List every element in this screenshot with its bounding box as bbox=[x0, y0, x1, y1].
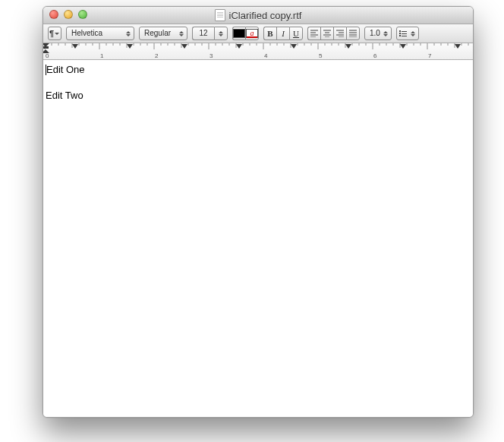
ruler-number: 3 bbox=[209, 52, 213, 59]
ruler-number: 7 bbox=[428, 52, 431, 59]
ruler-number: 0 bbox=[46, 52, 49, 59]
tab-stop-marker[interactable] bbox=[291, 44, 297, 49]
list-style-select[interactable] bbox=[396, 27, 419, 40]
underline-button[interactable]: U bbox=[289, 27, 303, 40]
text-style-group: B I U bbox=[263, 27, 303, 40]
bold-icon: B bbox=[267, 28, 272, 39]
zoom-button[interactable] bbox=[78, 10, 87, 19]
align-center-icon bbox=[323, 30, 332, 37]
font-family-label: Helvetica bbox=[69, 28, 105, 39]
stepper-icon bbox=[410, 31, 416, 36]
ruler-number: 2 bbox=[155, 52, 158, 59]
alignment-group bbox=[307, 27, 360, 40]
underline-icon: U bbox=[293, 28, 299, 39]
chevron-down-icon bbox=[54, 33, 60, 35]
line-spacing-select[interactable]: 1.0 bbox=[364, 27, 392, 40]
format-toolbar: ¶ Helvetica Regular 12 bbox=[43, 24, 473, 43]
tab-stop-marker[interactable] bbox=[455, 44, 461, 49]
stepper-icon bbox=[383, 31, 389, 36]
align-justify-button[interactable] bbox=[346, 27, 360, 40]
font-size-field[interactable]: 12 bbox=[192, 27, 214, 40]
ruler-number: 1 bbox=[100, 52, 103, 59]
stepper-icon bbox=[218, 31, 224, 36]
font-family-select[interactable]: Helvetica bbox=[66, 27, 134, 40]
document-icon bbox=[215, 9, 225, 21]
align-right-icon bbox=[335, 30, 345, 37]
align-center-button[interactable] bbox=[320, 27, 333, 40]
window-title-text: iClarified copy.rtf bbox=[229, 10, 302, 21]
stepper-icon bbox=[125, 31, 131, 36]
ruler-number: 5 bbox=[319, 52, 322, 59]
font-style-label: Regular bbox=[142, 28, 173, 39]
ruler-numbers: 01234567 bbox=[43, 52, 473, 59]
text-line: Edit One bbox=[43, 63, 473, 76]
align-right-button[interactable] bbox=[333, 27, 346, 40]
italic-button[interactable]: I bbox=[276, 27, 289, 40]
indent-bar-icon bbox=[43, 46, 49, 49]
tab-stop-marker[interactable] bbox=[181, 44, 187, 49]
text-line bbox=[43, 76, 473, 89]
window-controls bbox=[49, 10, 87, 19]
align-justify-icon bbox=[348, 30, 358, 37]
close-button[interactable] bbox=[49, 10, 58, 19]
font-style-select[interactable]: Regular bbox=[139, 27, 187, 40]
text-content: Edit One bbox=[46, 64, 85, 75]
align-left-button[interactable] bbox=[307, 27, 320, 40]
stepper-icon bbox=[178, 31, 184, 36]
minimize-button[interactable] bbox=[64, 10, 73, 19]
ruler[interactable]: 01234567 bbox=[43, 43, 473, 60]
font-size-value: 12 bbox=[199, 28, 207, 39]
font-size-group: 12 bbox=[192, 27, 228, 40]
text-stroke-color[interactable]: a bbox=[245, 27, 259, 40]
window-title: iClarified copy.rtf bbox=[43, 9, 473, 21]
font-size-stepper[interactable] bbox=[214, 27, 228, 40]
italic-icon: I bbox=[282, 28, 285, 39]
color-group: a bbox=[232, 27, 259, 40]
tab-stop-marker[interactable] bbox=[345, 44, 351, 49]
tab-stops bbox=[43, 44, 473, 50]
tab-stop-marker[interactable] bbox=[236, 44, 242, 49]
document-body[interactable]: Edit One Edit Two bbox=[43, 60, 473, 417]
titlebar[interactable]: iClarified copy.rtf bbox=[43, 7, 473, 24]
list-icon bbox=[399, 30, 407, 36]
text-fill-color[interactable] bbox=[232, 27, 245, 40]
tab-stop-marker[interactable] bbox=[400, 44, 406, 49]
ruler-number: 4 bbox=[264, 52, 267, 59]
text-editor-window: iClarified copy.rtf ¶ Helvetica Regular … bbox=[43, 6, 474, 418]
align-left-icon bbox=[310, 30, 319, 37]
paragraph-style-menu[interactable]: ¶ bbox=[48, 27, 61, 40]
bold-button[interactable]: B bbox=[263, 27, 276, 40]
text-content: Edit Two bbox=[46, 90, 83, 101]
tab-stop-marker[interactable] bbox=[72, 44, 78, 49]
stroke-swatch-icon: a bbox=[246, 29, 258, 38]
ruler-number: 6 bbox=[373, 52, 376, 59]
line-spacing-label: 1.0 bbox=[367, 28, 383, 39]
text-line: Edit Two bbox=[43, 89, 473, 102]
tab-stop-marker[interactable] bbox=[127, 44, 133, 49]
fill-swatch-icon bbox=[233, 29, 245, 38]
